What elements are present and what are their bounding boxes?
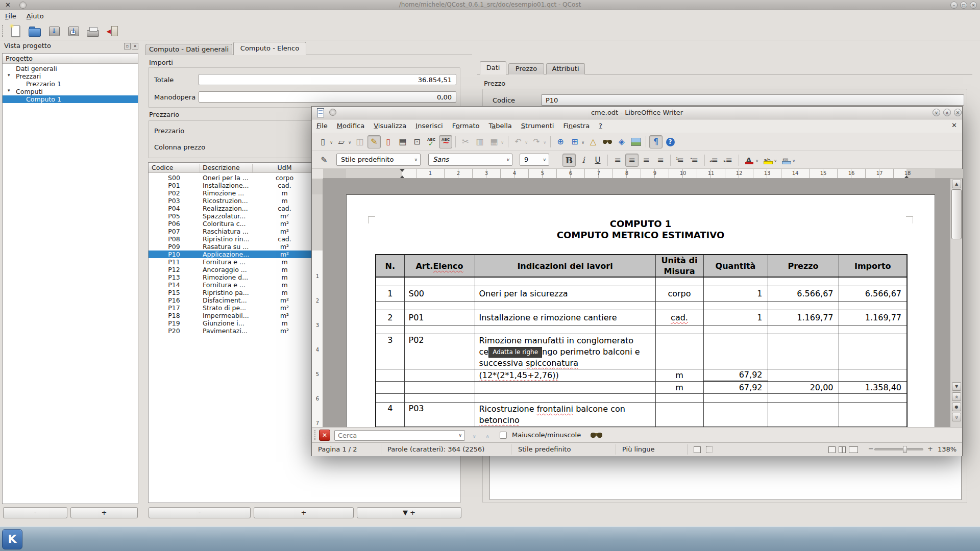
tree-item-dati-generali[interactable]: Dati generali: [3, 65, 138, 72]
toolbar-handle[interactable]: [2, 25, 4, 37]
help-icon[interactable]: ?: [664, 135, 677, 148]
print-button[interactable]: [85, 23, 101, 39]
document-page[interactable]: COMPUTO 1 COMPUTO METRICO ESTIMATIVO N. …: [346, 194, 935, 427]
tab-dati[interactable]: Dati: [480, 61, 506, 74]
zoom-slider[interactable]: [874, 448, 923, 450]
vertical-ruler[interactable]: 1234567: [312, 179, 323, 427]
zoom-in-icon[interactable]: +: [927, 445, 933, 453]
multi-page-view-icon[interactable]: [839, 446, 846, 453]
open-icon-dropdown[interactable]: ∨: [348, 140, 351, 145]
find-previous-button[interactable]: «: [482, 431, 493, 440]
vertical-scrollbar[interactable]: ▲ ▼ « ● »: [950, 179, 962, 427]
numbered-list-button[interactable]: ≡: [674, 154, 687, 167]
increase-indent-button[interactable]: ≡: [722, 154, 736, 167]
auto-spellcheck-icon[interactable]: ABC: [439, 135, 452, 148]
match-case-checkbox[interactable]: [500, 432, 507, 439]
table-icon[interactable]: ⊞∨: [568, 135, 581, 148]
writer-menu-finestra[interactable]: Finestra: [558, 119, 594, 132]
writer-menu-formato[interactable]: Formato: [448, 119, 484, 132]
tab-prezzo[interactable]: Prezzo: [508, 63, 544, 74]
new-document-icon[interactable]: ▯∨: [316, 135, 330, 148]
first-line-indent-marker[interactable]: [400, 169, 405, 172]
open-icon[interactable]: ▱∨: [335, 135, 348, 148]
draw-functions-icon[interactable]: △: [586, 135, 600, 148]
paragraph-style-combo[interactable]: Stile predefinito∨: [336, 154, 421, 166]
font-color-button-dropdown[interactable]: ∨: [755, 159, 758, 163]
tab-attributi[interactable]: Attributi: [546, 63, 585, 74]
writer-menu-tabella[interactable]: Tabella: [484, 119, 517, 132]
formatting-marks-icon[interactable]: ¶: [649, 135, 663, 148]
bold-button[interactable]: B: [562, 154, 576, 167]
combo-arrow-icon[interactable]: ∨: [414, 157, 418, 162]
computo-add-button[interactable]: +: [254, 507, 354, 518]
justify-button[interactable]: ≡: [654, 154, 667, 167]
find-replace-icon[interactable]: [601, 135, 614, 148]
single-page-view-icon[interactable]: [828, 446, 836, 453]
tree-item-prezzari[interactable]: ▾Prezzari: [3, 72, 138, 80]
background-color-button-dropdown[interactable]: ∨: [792, 159, 795, 163]
zoom-slider-thumb[interactable]: [903, 446, 907, 453]
styles-panel-icon[interactable]: ✎: [317, 154, 331, 167]
hyperlink-icon[interactable]: ⊕: [554, 135, 567, 148]
expander-icon[interactable]: ▾: [8, 72, 10, 78]
open-file-button[interactable]: [27, 23, 43, 39]
copy-icon[interactable]: ▥: [473, 135, 486, 148]
status-page-style[interactable]: Stile predefinito: [518, 445, 571, 453]
col-codice[interactable]: Codice: [152, 164, 173, 171]
align-left-button[interactable]: ≡: [611, 154, 624, 167]
highlight-color-button[interactable]: ab∨: [761, 154, 774, 167]
align-right-button[interactable]: ≡: [640, 154, 653, 167]
paste-icon-dropdown[interactable]: ∨: [501, 140, 504, 145]
writer-menu-strumenti[interactable]: Strumenti: [517, 119, 559, 132]
totale-field[interactable]: 36.854,51: [199, 74, 456, 85]
tree-item-computo-1[interactable]: Computo 1: [3, 95, 138, 103]
tab-computo-dati-generali[interactable]: Computo - Dati generali: [145, 44, 232, 55]
previous-page-button[interactable]: «: [952, 392, 961, 401]
qcost-close-button[interactable]: ✕: [970, 2, 977, 9]
combo-arrow-icon[interactable]: ∨: [506, 157, 509, 162]
redo-icon[interactable]: ↷∨: [530, 135, 543, 148]
export-pdf-icon[interactable]: ▯: [382, 135, 395, 148]
save-button[interactable]: [46, 23, 62, 39]
paste-icon[interactable]: ▦∨: [487, 135, 501, 148]
horizontal-ruler[interactable]: 123456789101112131415161718: [323, 169, 963, 179]
spelling-icon[interactable]: ABC: [425, 135, 438, 148]
document-area[interactable]: COMPUTO 1 COMPUTO METRICO ESTIMATIVO N. …: [323, 179, 951, 427]
save-icon[interactable]: ◫: [353, 135, 366, 148]
close-find-button[interactable]: ✕: [319, 430, 330, 441]
italic-button[interactable]: i: [577, 154, 590, 167]
combo-arrow-icon[interactable]: ∨: [543, 157, 546, 162]
tree-header[interactable]: Progetto: [3, 54, 138, 64]
save-as-button[interactable]: [65, 23, 82, 39]
exit-button[interactable]: [104, 23, 120, 39]
computo-remove-button[interactable]: -: [149, 507, 251, 518]
dock-remove-button[interactable]: -: [3, 507, 67, 518]
print-icon[interactable]: ▤: [396, 135, 409, 148]
next-page-button[interactable]: »: [952, 413, 961, 421]
scrollbar-thumb[interactable]: [951, 189, 962, 239]
highlight-color-button-dropdown[interactable]: ∨: [774, 159, 777, 163]
writer-menu-visualizza[interactable]: Visualizza: [369, 119, 411, 132]
dock-float-button[interactable]: ▫: [124, 43, 131, 49]
col-descrizione[interactable]: Descrizione: [203, 164, 240, 171]
findbar-handle[interactable]: [314, 430, 316, 440]
undo-icon-dropdown[interactable]: ∨: [525, 140, 528, 145]
expander-icon[interactable]: ▾: [8, 88, 10, 93]
scroll-down-button[interactable]: ▼: [952, 382, 961, 391]
manodopera-field[interactable]: 0,00: [199, 91, 456, 103]
tree-item-prezzario-1[interactable]: Prezzario 1: [3, 80, 138, 88]
application-launcher-button[interactable]: K: [2, 529, 22, 549]
font-name-combo[interactable]: Sans∨: [428, 154, 512, 166]
qcost-maximize-button[interactable]: ▢: [960, 2, 967, 9]
writer-menu-modifica[interactable]: Modifica: [332, 119, 369, 132]
find-next-button[interactable]: »: [469, 431, 479, 440]
dock-close-button[interactable]: ✕: [132, 43, 138, 49]
find-and-replace-icon[interactable]: [590, 431, 603, 439]
qcost-menu-aiuto[interactable]: Aiuto: [21, 11, 49, 21]
status-word-count[interactable]: Parole (caratteri): 364 (2256): [387, 445, 484, 453]
tab-computo-elenco[interactable]: Computo - Elenco: [233, 42, 306, 55]
decrease-indent-button[interactable]: ≡: [708, 154, 721, 167]
status-language[interactable]: Più lingue: [622, 445, 655, 453]
find-combo-arrow-icon[interactable]: ∨: [458, 433, 462, 438]
writer-close-button[interactable]: ✕: [954, 109, 962, 116]
